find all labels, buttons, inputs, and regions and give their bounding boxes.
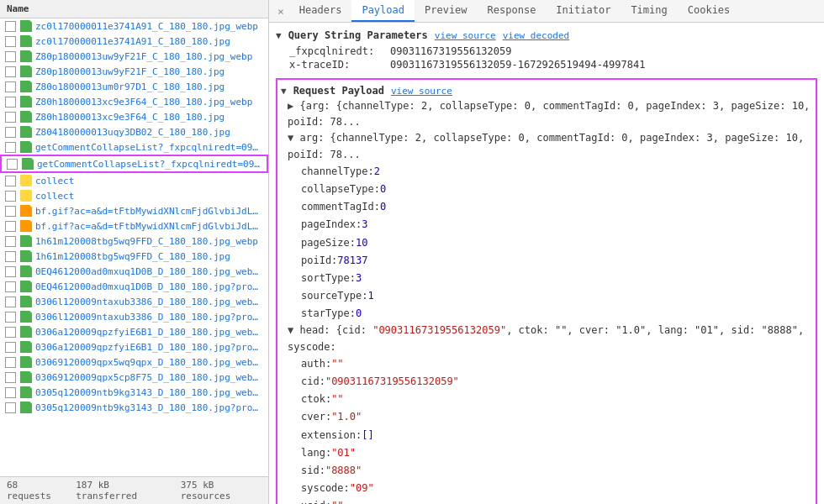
list-item[interactable]: Z80p18000013uw9yF21F_C_180_180.jpg (0, 64, 268, 79)
img-icon (20, 296, 32, 307)
file-checkbox[interactable] (5, 342, 16, 353)
file-list-header: Name (0, 0, 268, 18)
transferred-size: 187 kB transferred (76, 480, 166, 501)
file-name: Z80o18000013um0r97D1_C_180_180.jpg (35, 81, 224, 92)
payload-view-source-link[interactable]: view source (391, 86, 452, 97)
file-checkbox[interactable] (5, 281, 16, 292)
tab-preview[interactable]: Preview (415, 0, 478, 22)
file-checkbox[interactable] (5, 127, 16, 138)
list-item[interactable]: zc0l170000011e3741A91_C_180_180.jpg (0, 34, 268, 49)
list-item[interactable]: Z804180000013uqy3DB02_C_180_180.jpg (0, 124, 268, 139)
img-icon (20, 326, 32, 338)
field-auth: auth: "" (301, 355, 812, 373)
file-name: 03069120009qpx5cp8F75_D_180_180.jpg_webp… (35, 372, 263, 383)
list-item[interactable]: zc0l170000011e3741A91_C_180_180.jpg_webp (0, 18, 268, 34)
tab-cookies[interactable]: Cookies (678, 0, 741, 22)
file-checkbox[interactable] (5, 357, 16, 368)
head-cid-inline: "09031167319556132059" (372, 324, 506, 336)
arg-fields: channelType: 2 collapseType: 0 commentTa… (301, 163, 812, 323)
file-checkbox[interactable] (5, 112, 16, 123)
list-item[interactable]: bf.gif?ac=a&d=tFtbMywidXNlcmFjdGlvbiJdLF… (0, 218, 268, 234)
file-checkbox[interactable] (5, 176, 16, 186)
list-item[interactable]: 0305q120009ntb9kg3143_D_180_180.jpg_webp… (0, 385, 268, 400)
file-name: bf.gif?ac=a&d=tFtbMywidXNlcmFjdGlvbiJdLF… (35, 206, 263, 217)
list-item[interactable]: 0305q120009ntb9kg3143_D_180_180.jpg?proc… (0, 400, 268, 415)
val-pageSize: 10 (356, 235, 367, 251)
list-item[interactable]: 0306a120009qpzfyiE6B1_D_180_180.jpg_webp… (0, 324, 268, 339)
file-checkbox[interactable] (5, 206, 16, 217)
file-name: getCommentCollapseList?_fxpcqlniredt=090… (37, 159, 261, 170)
field-channelType: channelType: 2 (301, 163, 812, 181)
tabs-row: × HeadersPayloadPreviewResponseInitiator… (269, 0, 824, 23)
tab-timing[interactable]: Timing (621, 0, 677, 22)
view-decoded-link[interactable]: view decoded (503, 30, 569, 41)
field-commentTagId: commentTagId: 0 (301, 198, 812, 216)
list-item[interactable]: Z80p18000013uw9yF21F_C_180_180.jpg_webp (0, 49, 268, 64)
file-checkbox[interactable] (5, 97, 16, 108)
file-checkbox[interactable] (5, 191, 16, 202)
arg-toggle-collapsed[interactable]: ▶ (288, 100, 293, 112)
file-checkbox[interactable] (5, 327, 16, 338)
list-item[interactable]: collect (0, 188, 268, 203)
file-checkbox[interactable] (5, 66, 16, 77)
file-checkbox[interactable] (5, 372, 16, 383)
img-icon (20, 111, 32, 123)
file-checkbox[interactable] (5, 402, 16, 413)
field-collapseType: collapseType: 0 (301, 181, 812, 198)
file-checkbox[interactable] (5, 236, 16, 247)
list-item[interactable]: 03069120009qpx5cp8F75_D_180_180.jpg_webp… (0, 370, 268, 385)
tab-response[interactable]: Response (478, 0, 547, 22)
file-checkbox[interactable] (5, 221, 16, 232)
file-checkbox[interactable] (7, 159, 18, 170)
file-name: collect (35, 191, 74, 202)
key-auth: auth: (301, 356, 331, 372)
list-item[interactable]: bf.gif?ac=a&d=tFtbMywidXNlcmFjdGlvbiJdLF… (0, 203, 268, 218)
list-item[interactable]: 0306l120009ntaxub3386_D_180_180.jpg_webp… (0, 294, 268, 309)
list-item[interactable]: 03069120009qpx5wq9qpx_D_180_180.jpg_webp… (0, 354, 268, 370)
img-icon (20, 356, 32, 368)
arg-toggle-expanded[interactable]: ▼ (288, 132, 293, 144)
list-item[interactable]: 0306a120009qpzfyiE6B1_D_180_180.jpg?proc… (0, 339, 268, 354)
list-item[interactable]: Z80h18000013xc9e3F64_C_180_180.jpg_webp (0, 94, 268, 109)
key-pageSize: pageSize: (301, 235, 356, 251)
tab-payload[interactable]: Payload (351, 0, 415, 22)
file-checkbox[interactable] (5, 21, 16, 32)
payload-toggle[interactable]: ▼ (281, 86, 287, 97)
list-item[interactable]: getCommentCollapseList?_fxpcqlniredt=090… (0, 155, 268, 173)
list-item[interactable]: 1h61m120008tbg5wq9FFD_C_180_180.jpg (0, 249, 268, 264)
content-area: ▼ Query String Parameters view source vi… (269, 23, 824, 504)
list-item[interactable]: 0EQ4612000ad0mxuq1D0B_D_180_180.jpg?proc… (0, 279, 268, 294)
file-checkbox[interactable] (5, 266, 16, 277)
list-item[interactable]: 1h61m120008tbg5wq9FFD_C_180_180.jpg_webp (0, 234, 268, 249)
param-key-fxpcql: _fxpcqlniredt: (289, 45, 390, 57)
file-checkbox[interactable] (5, 142, 16, 153)
view-source-link[interactable]: view source (435, 30, 496, 41)
list-item[interactable]: Z80o18000013um0r97D1_C_180_180.jpg (0, 79, 268, 94)
img-icon (20, 126, 32, 138)
list-item[interactable]: getCommentCollapseList?_fxpcqlniredt=090… (0, 139, 268, 155)
tab-initiator[interactable]: Initiator (546, 0, 621, 22)
list-item[interactable]: Z80h18000013xc9e3F64_C_180_180.jpg (0, 109, 268, 124)
val-starType: 0 (356, 306, 362, 322)
tab-headers[interactable]: Headers (289, 0, 352, 22)
file-checkbox[interactable] (5, 81, 16, 92)
file-checkbox[interactable] (5, 387, 16, 398)
file-checkbox[interactable] (5, 312, 16, 323)
val-cver: "1.0" (331, 409, 362, 425)
tab-close-button[interactable]: × (272, 2, 289, 21)
folder-icon (20, 175, 32, 186)
head-toggle[interactable]: ▼ (288, 324, 293, 336)
file-checkbox[interactable] (5, 36, 16, 47)
file-checkbox[interactable] (5, 297, 16, 307)
file-checkbox[interactable] (5, 251, 16, 262)
file-name: Z80h18000013xc9e3F64_C_180_180.jpg_webp (35, 97, 252, 108)
list-item[interactable]: 0306l120009ntaxub3386_D_180_180.jpg?proc… (0, 309, 268, 324)
val-ctok: "" (331, 391, 343, 407)
arg-key-inline: {arg: {channelType: 2, collapseType: 0, … (288, 100, 810, 128)
list-item[interactable]: collect (0, 173, 268, 188)
img-icon (20, 250, 32, 262)
file-checkbox[interactable] (5, 51, 16, 62)
field-xsid: xsid: "" (301, 497, 812, 504)
list-item[interactable]: 0EQ4612000ad0mxuq1D0B_D_180_180.jpg_webp… (0, 264, 268, 279)
query-string-toggle[interactable]: ▼ (276, 30, 282, 41)
